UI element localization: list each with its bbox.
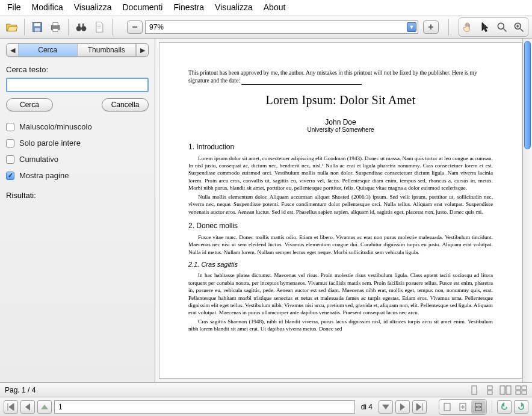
doc-author: John Doe xyxy=(188,118,493,126)
sidebar-tabs: ◀ Cerca Thumbnails ▶ xyxy=(6,43,149,57)
approval-text: This printout has been approved by me, t… xyxy=(188,69,493,85)
save-icon[interactable] xyxy=(29,19,45,35)
open-icon[interactable] xyxy=(4,19,19,35)
paragraph: In hac habitasse platea dictumst. Maecen… xyxy=(188,272,493,317)
heading-donec: 2. Donec mollis xyxy=(188,222,493,230)
option-whole[interactable]: Solo parole intere xyxy=(6,138,149,147)
svg-rect-9 xyxy=(82,23,84,26)
fit-width-icon[interactable] xyxy=(471,400,486,414)
next-page-button[interactable] xyxy=(395,400,410,414)
page-total-label: di 4 xyxy=(357,403,376,411)
up-page-button[interactable] xyxy=(37,400,52,414)
page-status-label: Pag. 1 / 4 xyxy=(5,386,36,394)
option-cumulative[interactable]: Cumulativo xyxy=(6,155,149,164)
checkbox-icon[interactable] xyxy=(6,139,14,147)
menu-finestra[interactable]: Finestra xyxy=(173,2,204,12)
prev-page-button[interactable] xyxy=(20,400,35,414)
menubar: File Modifica Visualizza Documenti Fines… xyxy=(0,0,532,16)
checkbox-checked-icon[interactable] xyxy=(6,172,14,180)
search-button[interactable]: Cerca xyxy=(6,98,53,111)
svg-line-16 xyxy=(521,29,524,32)
zoom-out-button[interactable]: − xyxy=(127,20,143,34)
zoom-field[interactable]: 97% ▼ xyxy=(145,20,418,34)
hand-icon[interactable] xyxy=(460,19,476,35)
cancel-button[interactable]: Cancella xyxy=(102,98,149,111)
option-case[interactable]: Maiuscolo/minuscolo xyxy=(6,122,149,131)
cursor-icon[interactable] xyxy=(477,19,493,35)
rotate-cw-icon[interactable] xyxy=(514,400,528,414)
print-icon[interactable] xyxy=(48,19,63,35)
svg-rect-26 xyxy=(516,391,521,394)
rotate-ccw-icon[interactable] xyxy=(497,400,512,414)
sidebar: ◀ Cerca Thumbnails ▶ Cerca testo: Cerca … xyxy=(0,39,155,382)
svg-rect-22 xyxy=(500,386,505,394)
vertical-scrollbar[interactable] xyxy=(522,39,532,382)
svg-point-6 xyxy=(76,26,81,31)
zoom-dropdown-icon[interactable]: ▼ xyxy=(407,22,416,32)
paragraph: Nulla mollis elementum dolor. Aliquam ac… xyxy=(188,193,493,216)
layout-continuous-facing-icon[interactable] xyxy=(515,385,527,396)
document-icon[interactable] xyxy=(91,19,107,35)
down-page-button[interactable] xyxy=(379,400,393,414)
fit-actual-icon[interactable] xyxy=(440,400,454,414)
toolbar: − 97% ▼ + xyxy=(0,16,532,39)
binoculars-icon[interactable] xyxy=(73,19,89,35)
svg-line-14 xyxy=(504,29,507,32)
tab-cerca[interactable]: Cerca xyxy=(19,44,78,56)
search-input[interactable] xyxy=(6,78,149,92)
svg-point-13 xyxy=(498,23,504,29)
option-showpages-label: Mostra pagine xyxy=(19,171,69,180)
doc-title: Lorem Ipsum: Dolor Sit Amet xyxy=(188,93,493,107)
svg-rect-4 xyxy=(53,23,58,26)
svg-rect-2 xyxy=(35,28,40,32)
menu-documenti[interactable]: Documenti xyxy=(122,2,162,12)
option-case-label: Maiuscolo/minuscolo xyxy=(19,122,92,131)
paragraph: Lorem ipsum dolor sit amet, consectetuer… xyxy=(188,155,493,192)
status-icons xyxy=(468,385,527,396)
fit-group xyxy=(439,399,487,415)
svg-rect-27 xyxy=(522,391,527,394)
menu-about[interactable]: About xyxy=(264,2,286,12)
svg-rect-25 xyxy=(522,386,527,390)
heading-introduction: 1. Introduction xyxy=(188,143,493,151)
layout-single-icon[interactable] xyxy=(468,385,480,396)
tab-right-arrow-icon[interactable]: ▶ xyxy=(136,44,148,56)
layout-continuous-icon[interactable] xyxy=(484,385,496,396)
last-page-button[interactable] xyxy=(412,400,427,414)
svg-rect-8 xyxy=(78,23,80,26)
svg-point-7 xyxy=(81,26,86,31)
first-page-button[interactable] xyxy=(4,400,18,414)
svg-rect-23 xyxy=(506,386,511,394)
menu-file[interactable]: File xyxy=(7,2,21,12)
checkbox-icon[interactable] xyxy=(6,123,14,131)
document-viewer: This printout has been approved by me, t… xyxy=(155,39,532,382)
menu-visualizza2[interactable]: Visualizza xyxy=(215,2,253,12)
search-label: Cerca testo: xyxy=(6,65,149,74)
option-showpages[interactable]: Mostra pagine xyxy=(6,171,149,180)
svg-rect-20 xyxy=(487,386,492,390)
paragraph: Cras sagittis Shannon (1948), nibh id bl… xyxy=(188,318,493,333)
fit-page-icon[interactable] xyxy=(456,400,470,414)
magnifier-icon[interactable] xyxy=(494,19,510,35)
option-whole-label: Solo parole intere xyxy=(19,138,81,147)
svg-rect-19 xyxy=(472,386,477,394)
menu-visualizza[interactable]: Visualizza xyxy=(74,2,112,12)
svg-rect-5 xyxy=(53,29,58,32)
scrollbar-thumb[interactable] xyxy=(524,41,531,149)
main-area: ◀ Cerca Thumbnails ▶ Cerca testo: Cerca … xyxy=(0,39,532,382)
page-number-input[interactable] xyxy=(54,400,355,414)
results-label: Risultati: xyxy=(6,191,149,200)
svg-rect-1 xyxy=(34,23,40,26)
heading-cras: 2.1. Cras sagittis xyxy=(188,261,493,268)
checkbox-icon[interactable] xyxy=(6,155,14,164)
menu-modifica[interactable]: Modifica xyxy=(32,2,63,12)
option-cumulative-label: Cumulativo xyxy=(19,155,58,164)
page-area[interactable]: This printout has been approved by me, t… xyxy=(155,39,522,382)
doc-affiliation: University of Somewhere xyxy=(188,126,493,133)
statusbar: Pag. 1 / 4 xyxy=(0,382,532,397)
layout-facing-icon[interactable] xyxy=(500,385,512,396)
magnifier-plus-icon[interactable] xyxy=(511,19,527,35)
tab-thumbnails[interactable]: Thumbnails xyxy=(78,44,137,56)
zoom-in-button[interactable]: + xyxy=(423,20,439,34)
tab-left-arrow-icon[interactable]: ◀ xyxy=(7,44,19,56)
